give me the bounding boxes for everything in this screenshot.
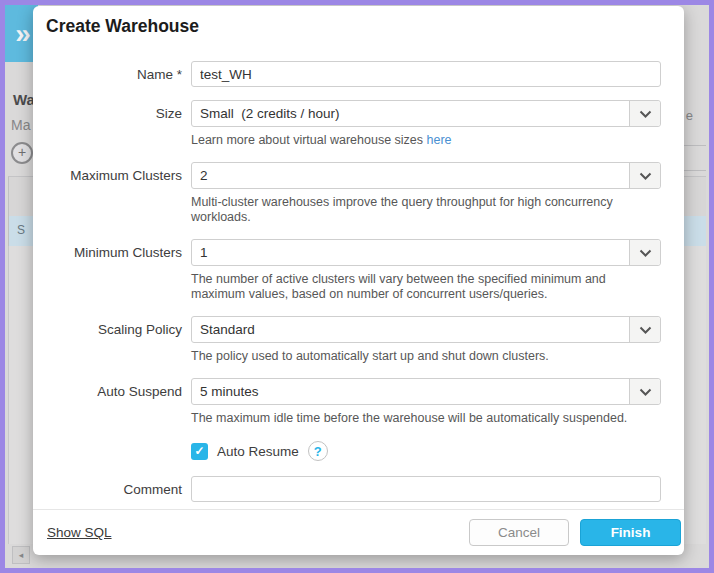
max-clusters-select-value: 2 <box>192 168 208 183</box>
min-clusters-select[interactable]: 1 <box>191 239 661 266</box>
scaling-policy-select[interactable]: Standard <box>191 316 661 343</box>
max-clusters-help-text: Multi-cluster warehouses improve the que… <box>191 195 661 225</box>
scaling-policy-label: Scaling Policy <box>33 322 182 337</box>
max-clusters-label: Maximum Clusters <box>33 168 182 183</box>
size-help-prefix: Learn more about virtual warehouse sizes <box>191 133 427 147</box>
size-help-link[interactable]: here <box>427 133 452 147</box>
auto-resume-checkbox[interactable]: ✓ <box>191 443 208 460</box>
min-clusters-label: Minimum Clusters <box>33 245 182 260</box>
auto-suspend-label: Auto Suspend <box>33 384 182 399</box>
cancel-button[interactable]: Cancel <box>469 519 569 546</box>
auto-suspend-select-value: 5 minutes <box>192 384 259 399</box>
dialog-title: Create Warehouse <box>46 16 199 37</box>
field-group-auto-suspend: Auto Suspend 5 minutes The maximum idle … <box>33 378 684 426</box>
comment-input[interactable] <box>191 476 661 502</box>
field-group-min-clusters: Minimum Clusters 1 The number of active … <box>33 239 684 302</box>
auto-resume-label: Auto Resume <box>217 444 299 459</box>
app-window: » Wa Ma + S e ◂ Create Warehouse Name * <box>0 0 714 573</box>
field-group-comment: Comment <box>33 476 684 502</box>
scaling-policy-help-text: The policy used to automatically start u… <box>191 349 661 364</box>
finish-button[interactable]: Finish <box>580 519 681 546</box>
dialog-footer: Show SQL Cancel Finish <box>33 509 684 555</box>
field-group-max-clusters: Maximum Clusters 2 Multi-cluster warehou… <box>33 162 684 225</box>
chevron-down-icon[interactable] <box>629 379 660 404</box>
size-select-value: Small (2 credits / hour) <box>192 106 340 121</box>
name-input[interactable] <box>191 61 661 87</box>
checkmark-icon: ✓ <box>194 444 204 458</box>
chevron-down-icon[interactable] <box>629 317 660 342</box>
help-question-icon[interactable]: ? <box>308 441 328 461</box>
question-mark-glyph: ? <box>314 444 322 459</box>
min-clusters-select-value: 1 <box>192 245 208 260</box>
field-group-name: Name * <box>33 61 684 87</box>
auto-suspend-select[interactable]: 5 minutes <box>191 378 661 405</box>
max-clusters-select[interactable]: 2 <box>191 162 661 189</box>
chevron-down-icon[interactable] <box>629 163 660 188</box>
show-sql-link[interactable]: Show SQL <box>47 525 112 540</box>
comment-label: Comment <box>33 482 182 497</box>
min-clusters-help-text: The number of active clusters will vary … <box>191 272 661 302</box>
size-help-text: Learn more about virtual warehouse sizes… <box>191 133 661 148</box>
create-warehouse-form: Name * Size Small (2 credits / hour) <box>33 61 684 516</box>
auto-suspend-help-text: The maximum idle time before the warehou… <box>191 411 661 426</box>
size-select[interactable]: Small (2 credits / hour) <box>191 100 661 127</box>
field-group-scaling-policy: Scaling Policy Standard The policy used … <box>33 316 684 364</box>
size-label: Size <box>33 106 182 121</box>
create-warehouse-dialog: Create Warehouse Name * Size Small ( <box>33 6 684 555</box>
chevron-down-icon[interactable] <box>629 240 660 265</box>
field-group-size: Size Small (2 credits / hour) Learn more… <box>33 100 684 148</box>
name-label: Name * <box>33 67 182 82</box>
chevron-down-icon[interactable] <box>629 101 660 126</box>
scaling-policy-select-value: Standard <box>192 322 255 337</box>
auto-resume-row: ✓ Auto Resume ? <box>191 441 684 461</box>
